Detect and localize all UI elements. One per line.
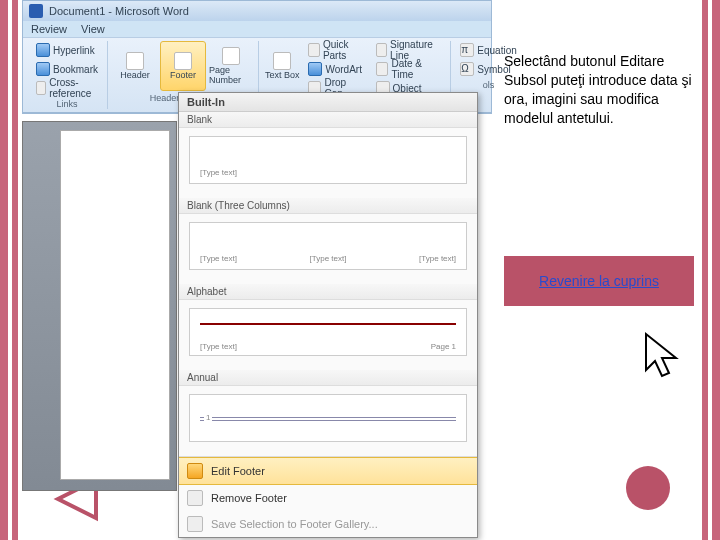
tab-view[interactable]: View — [81, 23, 105, 35]
edit-footer-item[interactable]: Edit Footer — [179, 457, 477, 485]
blank3-preview[interactable]: [Type text] [Type text] [Type text] — [179, 214, 477, 284]
bookmark-button[interactable]: Bookmark — [31, 60, 103, 78]
pagenum-button[interactable]: Page Number — [208, 41, 254, 91]
document-page — [60, 130, 170, 480]
remove-footer-icon — [187, 490, 203, 506]
blank3-label: Blank (Three Columns) — [179, 198, 477, 214]
word-icon — [29, 4, 43, 18]
wordart-button[interactable]: WordArt — [303, 60, 368, 78]
footer-button[interactable]: Footer — [160, 41, 206, 91]
links-group-label: Links — [31, 99, 103, 109]
wordart-icon — [308, 62, 322, 76]
datetime-icon — [376, 62, 389, 76]
alphabet-preview[interactable]: [Type text] Page 1 — [179, 300, 477, 370]
return-link[interactable]: Revenire la cuprins — [539, 273, 659, 289]
textbox-icon — [273, 52, 291, 70]
crossref-button[interactable]: Cross-reference — [31, 79, 103, 97]
textbox-button[interactable]: Text Box — [263, 41, 301, 91]
titlebar: Document1 - Microsoft Word — [23, 1, 491, 21]
cursor-icon — [640, 330, 688, 385]
header-button[interactable]: Header — [112, 41, 158, 91]
footer-dropdown: Built-In Blank [Type text] Blank (Three … — [178, 92, 478, 538]
signature-icon — [376, 43, 388, 57]
pagenum-icon — [222, 47, 240, 65]
annual-label: Annual — [179, 370, 477, 386]
tab-review[interactable]: Review — [31, 23, 67, 35]
info-text: Selectând butonul Editare Subsol puteţi … — [504, 52, 694, 128]
builtin-header: Built-In — [179, 93, 477, 112]
datetime-button[interactable]: Date & Time — [371, 60, 447, 78]
symbol-icon: Ω — [460, 62, 474, 76]
header-icon — [126, 52, 144, 70]
blank-preview[interactable]: [Type text] — [179, 128, 477, 198]
crossref-icon — [36, 81, 46, 95]
alphabet-label: Alphabet — [179, 284, 477, 300]
ribbon-tabs: Review View — [23, 21, 491, 37]
hyperlink-icon — [36, 43, 50, 57]
quickparts-button[interactable]: Quick Parts — [303, 41, 368, 59]
annual-preview[interactable]: 1 — [179, 386, 477, 456]
window-title: Document1 - Microsoft Word — [49, 5, 189, 17]
bookmark-icon — [36, 62, 50, 76]
save-footer-icon — [187, 516, 203, 532]
signature-button[interactable]: Signature Line — [371, 41, 447, 59]
return-button[interactable]: Revenire la cuprins — [504, 256, 694, 306]
decorative-circle — [626, 466, 670, 510]
save-footer-item: Save Selection to Footer Gallery... — [179, 511, 477, 537]
quickparts-icon — [308, 43, 319, 57]
footer-icon — [174, 52, 192, 70]
equation-icon: π — [460, 43, 474, 57]
hyperlink-button[interactable]: Hyperlink — [31, 41, 103, 59]
blank-label: Blank — [179, 112, 477, 128]
remove-footer-item[interactable]: Remove Footer — [179, 485, 477, 511]
edit-footer-icon — [187, 463, 203, 479]
